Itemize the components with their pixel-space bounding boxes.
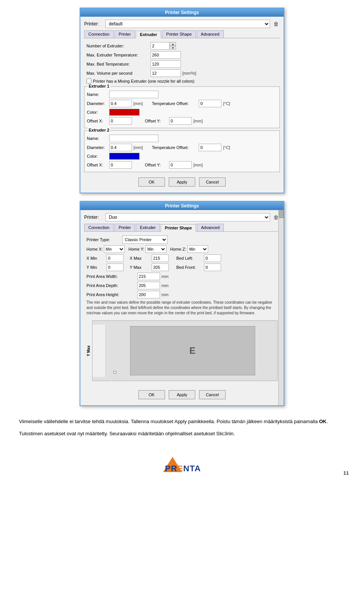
extruder2-color-row: Color: [87,153,277,160]
bed-origin-area [93,325,106,377]
extruder2-name-input[interactable] [109,135,158,142]
bottom-text1-bold: OK [319,419,327,424]
extruder1-color-swatch[interactable] [109,109,140,116]
extruder1-color-label: Color: [87,110,108,115]
print-area-width-label: Print Area Width: [86,274,136,279]
tab-printer-shape[interactable]: Printer Shape [162,30,196,38]
bed-left-input[interactable] [204,254,221,262]
print-area-height-row: Print Area Height: mm [86,291,278,298]
x-min-input[interactable] [107,254,124,262]
dialog2-titlebar: Printer Settings [80,202,284,210]
extruder1-diameter-input[interactable] [109,100,132,107]
y-min-input[interactable] [107,264,124,271]
extruder1-diameter-row: Diameter: [mm] Temperature Offset: [°C] [87,100,277,107]
printer-select[interactable]: default [105,20,270,28]
print-area-height-label: Print Area Height: [86,292,136,297]
home-y-item: Home Y: Min [129,245,166,253]
bed-front-label: Bed Front: [176,265,201,270]
extruder1-temp-offset-unit: [°C] [223,101,230,106]
dialog2-cancel-button[interactable]: Cancel [199,390,226,399]
extruder2-offset-y-input[interactable] [169,161,192,169]
extruder2-offset-unit: [mm] [193,163,202,167]
max-bed-temp-input[interactable] [151,60,181,68]
extruder1-temp-offset-input[interactable] [199,100,221,107]
printer-type-select[interactable]: Classic Printer [122,235,168,244]
tab-printer[interactable]: Printer [115,30,135,38]
max-bed-temp-label: Max. Bed Temperature: [86,62,149,66]
extruder2-offset-x-input[interactable] [109,161,132,169]
extruder2-temp-offset-unit: [°C] [223,145,230,150]
x-min-label: X Min [86,256,104,260]
delete-printer-icon[interactable]: 🗑 [272,20,280,28]
bed-diagram: E [92,320,278,381]
extruder1-offset-unit: [mm] [193,119,202,123]
dialog1-apply-button[interactable]: Apply [169,177,195,187]
home-x-item: Home X: Min [86,245,125,253]
home-y-label: Home Y: [129,247,144,251]
bottom-content: Viimeiselle välilehdelle ei tarvitse teh… [8,414,356,446]
bed-left-label: Bed Left: [176,256,201,260]
extruder1-diameter-unit: [mm] [133,101,143,106]
extruder1-name-label: Name: [87,92,108,97]
dialog2-tab-printer[interactable]: Printer [115,224,135,231]
extruder1-offset-y-input[interactable] [169,117,192,125]
spin-down[interactable]: ▼ [170,46,176,50]
extruder2-diameter-input[interactable] [109,144,132,151]
bed-diagram-label: E [189,345,195,356]
dialog1-cancel-button[interactable]: Cancel [199,177,226,187]
extruder1-name-input[interactable] [109,91,158,98]
ymax-axis-label: Y Max [86,345,91,356]
dialog2-ok-button[interactable]: OK [138,390,165,399]
extruder2-temp-offset-input[interactable] [199,144,221,151]
max-volume-label: Max. Volume per second [86,71,149,75]
tab-connection[interactable]: Connection [84,30,114,38]
printer-settings-dialog-2: Printer Settings Printer: Duo 🗑 Connecti… [80,201,284,406]
printer-label: Printer: [84,21,103,27]
extruder2-color-swatch[interactable] [109,153,140,160]
dialog2-scrollbar[interactable] [278,210,284,405]
dialog2-tab-advanced[interactable]: Advanced [197,224,224,231]
tab-advanced[interactable]: Advanced [197,30,224,38]
home-row: Home X: Min Home Y: Min Home Z: [86,245,278,253]
num-extruder-spinbox: ▲ ▼ [151,42,176,50]
home-y-select[interactable]: Min [146,245,166,253]
dialog2-tab-extruder[interactable]: Extruder [136,224,160,231]
logo-svg-graphic: PRENTA [159,453,205,476]
scroll-thumb[interactable] [279,210,284,218]
print-area-width-input[interactable] [137,273,160,280]
print-area-depth-row: Print Area Depth: mm [86,282,278,289]
tab-extruder[interactable]: Extruder [136,31,161,38]
dialog2-tab-connection[interactable]: Connection [84,224,114,231]
print-area-depth-input[interactable] [137,282,160,289]
home-x-select[interactable]: Min [104,245,125,253]
print-area-height-input[interactable] [137,291,160,298]
extruder1-title: Extruder 1 [88,84,110,88]
dialog1-titlebar: Printer Settings [80,8,284,17]
bed-front-input[interactable] [204,264,221,271]
max-volume-input[interactable] [151,69,181,77]
dialog2-printer-select[interactable]: Duo [105,213,270,221]
y-max-input[interactable] [152,264,169,271]
num-extruder-input[interactable] [151,42,169,50]
max-extruder-temp-input[interactable] [151,51,181,59]
bottom-text1: Viimeiselle välilehdelle ei tarvitse teh… [19,419,319,424]
extruder1-color-row: Color: [87,109,277,116]
spin-arrows: ▲ ▼ [170,42,176,50]
mixing-extruder-label: Printer has a Mixing Extruder (one nozzl… [93,79,195,83]
extruder2-content: Name: Diameter: [mm] Temperature Offset:… [87,135,277,169]
mixing-extruder-checkbox[interactable] [86,78,91,83]
dialog2-tab-printer-shape[interactable]: Printer Shape [161,224,196,232]
dialog1-body: Printer: default 🗑 Connection Printer Ex… [80,17,284,193]
extruder1-content: Name: Diameter: [mm] Temperature Offset:… [87,91,277,125]
extruder1-offset-x-input[interactable] [109,117,132,125]
home-z-select[interactable]: Min [187,245,208,253]
extruder1-offset-y-label: Offset Y: [145,119,168,123]
dialog1-wrapper: Printer Settings Printer: default 🗑 Conn… [8,8,356,193]
ymin-ymax-row: Y Min Y Max Bed Front: [86,264,278,271]
dialog1-ok-button[interactable]: OK [138,177,165,187]
x-max-input[interactable] [152,254,169,262]
max-volume-row: Max. Volume per second [mm³/s] [86,69,278,77]
spin-up[interactable]: ▲ [170,42,176,46]
dialog2-apply-button[interactable]: Apply [169,390,195,399]
printer-type-row: Printer Type: Classic Printer [86,235,278,244]
